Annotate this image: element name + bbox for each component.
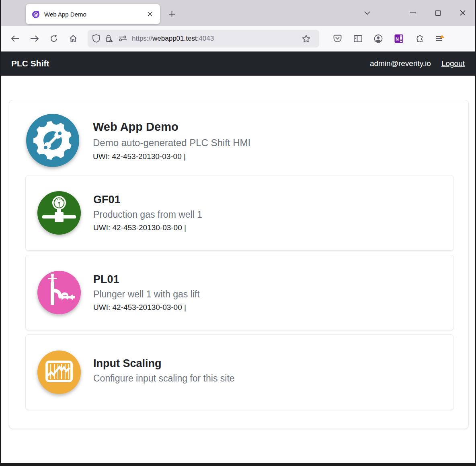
url-bar[interactable]: https://webapp01.test:4043 [88, 30, 319, 47]
url-port: :4043 [197, 35, 214, 42]
device-description: Production gas from well 1 [93, 209, 202, 220]
url-protocol: https:// [132, 35, 152, 42]
extensions-puzzle-icon[interactable] [411, 31, 427, 47]
site-header-text: Web App Demo Demo auto-generated PLC Shi… [93, 120, 250, 161]
gas-flow-gauge-icon [37, 191, 81, 235]
device-title: Input Scaling [93, 357, 235, 370]
device-uwi: UWI: 42-453-20130-03-00 | [93, 303, 200, 312]
sidebar-toggle-icon[interactable] [350, 31, 366, 47]
url-host: webapp01.test [152, 35, 197, 42]
onenote-icon[interactable]: N [391, 31, 407, 47]
browser-titlebar: @ Web App Demo [1, 0, 475, 26]
device-card-input-scaling[interactable]: Input Scaling Configure input scaling fo… [25, 334, 454, 410]
reload-icon[interactable] [46, 31, 62, 47]
device-text: GF01 Production gas from well 1 UWI: 42-… [93, 194, 202, 232]
maximize-icon[interactable] [425, 0, 450, 26]
app-brand[interactable]: PLC Shift [11, 59, 49, 68]
svg-text:@: @ [33, 12, 38, 17]
bookmark-star-icon[interactable] [302, 35, 310, 43]
site-header: Web App Demo Demo auto-generated PLC Shi… [25, 113, 454, 168]
tracking-protection-shield-icon[interactable] [92, 34, 100, 43]
back-icon[interactable] [7, 31, 23, 47]
device-title: GF01 [93, 194, 202, 206]
tab-close-icon[interactable] [145, 9, 155, 19]
account-icon[interactable] [370, 31, 386, 47]
home-icon[interactable] [65, 31, 81, 47]
browser-toolbar: https://webapp01.test:4043 [1, 26, 475, 52]
forward-icon[interactable] [27, 31, 43, 47]
site-title: Web App Demo [93, 120, 250, 134]
input-scaling-chart-icon [37, 350, 81, 394]
user-email: admin@reverity.io [370, 59, 431, 68]
site-subtitle: Demo auto-generated PLC Shift HMI [93, 137, 250, 148]
site-permissions-toggles-icon[interactable] [118, 35, 127, 41]
browser-window: @ Web App Demo [0, 0, 476, 466]
tab-title: Web App Demo [44, 11, 145, 18]
device-uwi: UWI: 42-453-20130-03-00 | [93, 223, 202, 232]
gear-wrench-icon [25, 113, 80, 168]
device-card-pl01[interactable]: PL01 Plunger well 1 with gas lift UWI: 4… [25, 255, 454, 330]
close-window-icon[interactable] [450, 0, 475, 26]
new-tab-button[interactable] [165, 7, 178, 21]
window-bottom-border [1, 463, 475, 466]
device-text: Input Scaling Configure input scaling fo… [93, 357, 235, 387]
plunger-wellhead-icon [37, 270, 81, 315]
page-content: Web App Demo Demo auto-generated PLC Shi… [1, 76, 475, 463]
logout-link[interactable]: Logout [441, 59, 465, 68]
browser-tab[interactable]: @ Web App Demo [26, 4, 160, 24]
blazor-favicon-icon: @ [31, 10, 40, 19]
insecure-lock-warning-icon[interactable] [105, 34, 113, 43]
svg-text:N: N [396, 36, 399, 41]
device-description: Plunger well 1 with gas lift [93, 289, 200, 300]
app-navbar: PLC Shift admin@reverity.io Logout [1, 52, 475, 76]
site-card: Web App Demo Demo auto-generated PLC Shi… [9, 100, 469, 429]
url-text[interactable]: https://webapp01.test:4043 [132, 35, 302, 43]
site-uwi: UWI: 42-453-20130-03-00 | [93, 152, 250, 161]
device-title: PL01 [93, 273, 200, 286]
window-controls [400, 0, 475, 26]
tab-list-chevron-icon[interactable] [360, 6, 374, 20]
device-text: PL01 Plunger well 1 with gas lift UWI: 4… [93, 273, 200, 312]
minimize-icon[interactable] [400, 0, 425, 26]
menu-hamburger-icon[interactable] [432, 31, 448, 47]
device-card-gf01[interactable]: GF01 Production gas from well 1 UWI: 42-… [25, 175, 454, 251]
pocket-icon[interactable] [329, 31, 345, 47]
device-description: Configure input scaling for this site [93, 373, 235, 384]
